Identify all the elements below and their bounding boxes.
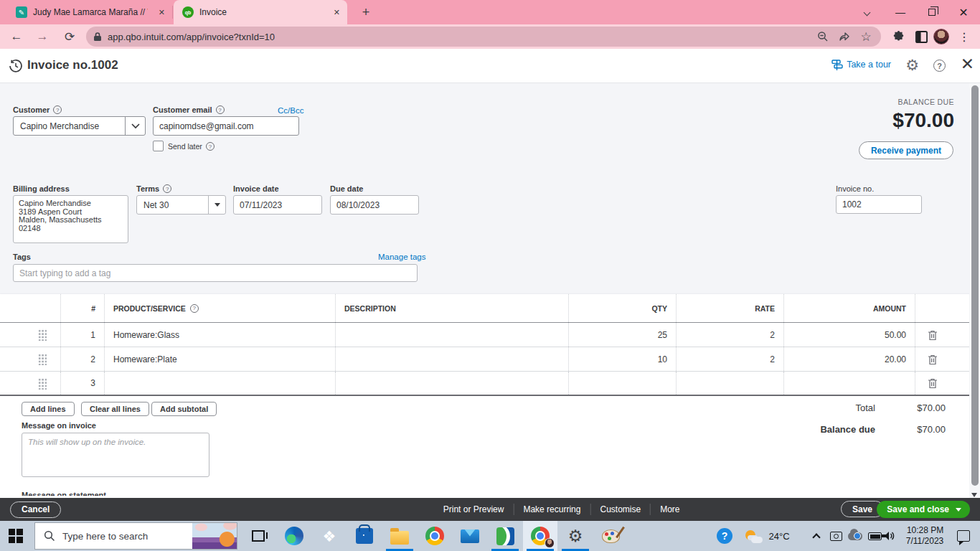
cast-icon[interactable]	[826, 521, 845, 551]
clock[interactable]: 10:28 PM7/11/2023	[903, 521, 947, 551]
info-icon[interactable]	[190, 304, 199, 313]
table-row[interactable]: 3	[0, 372, 980, 396]
send-later-checkbox[interactable]	[153, 141, 164, 151]
chevron-down-icon[interactable]	[125, 117, 145, 135]
action-center-icon[interactable]	[953, 521, 974, 551]
weather-icon[interactable]	[743, 521, 764, 551]
product-cell[interactable]: Homeware:Plate	[104, 347, 335, 371]
close-invoice-icon[interactable]: ✕	[961, 55, 974, 74]
rate-cell[interactable]: 2	[676, 323, 783, 347]
bookmark-star-icon[interactable]: ☆	[858, 29, 874, 44]
side-panel-icon[interactable]	[913, 28, 930, 45]
description-cell[interactable]	[335, 372, 568, 395]
history-clock-icon[interactable]	[9, 59, 23, 73]
taskbar-chrome-profile-active[interactable]	[523, 521, 557, 551]
forward-icon[interactable]: →	[33, 27, 52, 46]
tab-search-chevron-icon[interactable]	[850, 0, 883, 24]
tab-invoice[interactable]: qb Invoice ✕	[174, 0, 347, 24]
taskbar-paint[interactable]	[593, 521, 628, 551]
taskbar-dropbox[interactable]: ❖	[312, 521, 347, 551]
description-cell[interactable]	[335, 323, 568, 347]
amount-cell[interactable]: 50.00	[783, 323, 915, 347]
receive-payment-button[interactable]: Receive payment	[859, 141, 953, 159]
window-minimize-button[interactable]: —	[884, 0, 917, 24]
add-lines-button[interactable]: Add lines	[22, 402, 75, 416]
delete-row-button[interactable]	[915, 347, 949, 371]
start-button-icon[interactable]	[9, 529, 23, 543]
print-or-preview-button[interactable]: Print or Preview	[434, 504, 514, 514]
invoice-no-input[interactable]	[836, 195, 922, 214]
delete-row-button[interactable]	[915, 372, 949, 395]
reload-icon[interactable]: ⟳	[60, 27, 79, 46]
rate-cell[interactable]	[676, 372, 783, 395]
volume-icon[interactable]	[880, 521, 900, 551]
message-on-invoice-textarea[interactable]	[22, 433, 209, 477]
taskbar-edge[interactable]	[277, 521, 311, 551]
info-icon[interactable]	[163, 184, 171, 193]
zoom-indicator-icon[interactable]	[815, 29, 831, 44]
help-tray-button[interactable]: ?	[714, 521, 735, 551]
taskbar-app-c[interactable]	[488, 521, 522, 551]
back-icon[interactable]: ←	[7, 27, 26, 46]
drag-handle[interactable]	[29, 347, 60, 371]
taskbar-search-box[interactable]: Type here to search	[34, 522, 237, 550]
customise-button[interactable]: Customise	[590, 504, 650, 514]
manage-tags-link[interactable]: Manage tags	[378, 253, 426, 261]
take-a-tour-button[interactable]: Take a tour	[831, 59, 891, 70]
share-icon[interactable]	[837, 29, 852, 44]
chevron-down-icon[interactable]	[208, 196, 225, 214]
add-subtotal-button[interactable]: Add subtotal	[151, 402, 217, 416]
browser-menu-kebab-icon[interactable]: ⋮	[956, 28, 973, 45]
delete-row-button[interactable]	[915, 323, 949, 347]
onedrive-cloud-icon[interactable]	[845, 521, 865, 551]
tab-virtual-assistant[interactable]: ✎ Judy Mae Lamarca Maraña // Virt ✕	[7, 0, 172, 24]
customer-email-input[interactable]	[153, 116, 299, 136]
search-highlight-image[interactable]	[192, 522, 237, 550]
taskbar-file-explorer[interactable]	[382, 521, 417, 551]
taskbar-mail[interactable]	[453, 521, 487, 551]
invoice-date-input[interactable]	[233, 195, 322, 215]
qty-cell[interactable]	[568, 372, 676, 395]
qty-cell[interactable]: 25	[568, 323, 676, 347]
scrollbar-thumb[interactable]	[971, 85, 979, 486]
clear-all-lines-button[interactable]: Clear all lines	[81, 402, 149, 416]
taskbar-chrome[interactable]	[418, 521, 452, 551]
save-and-close-button[interactable]: Save and close	[877, 501, 970, 518]
table-row[interactable]: 1 Homeware:Glass 25 2 50.00	[0, 323, 980, 347]
tray-chevron-up-icon[interactable]	[807, 521, 826, 551]
info-icon[interactable]	[216, 105, 225, 114]
settings-gear-icon[interactable]: ⚙	[905, 57, 919, 74]
due-date-input[interactable]	[330, 195, 419, 215]
info-icon[interactable]	[206, 142, 215, 151]
extensions-puzzle-icon[interactable]	[890, 28, 907, 45]
cancel-button[interactable]: Cancel	[10, 501, 61, 518]
product-cell[interactable]	[104, 372, 335, 395]
temperature-label[interactable]: 24°C	[765, 521, 793, 551]
window-close-button[interactable]: ✕	[947, 0, 980, 24]
drag-handle[interactable]	[29, 372, 60, 395]
window-restore-button[interactable]	[915, 0, 948, 24]
dropdown-arrow-icon[interactable]	[956, 508, 961, 512]
info-icon[interactable]	[53, 105, 62, 114]
rate-cell[interactable]: 2	[676, 347, 783, 371]
url-text[interactable]: app.qbo.intuit.com/app/invoice?txnId=10	[108, 32, 809, 42]
table-row[interactable]: 2 Homeware:Plate 10 2 20.00	[0, 347, 980, 372]
terms-select[interactable]: Net 30	[136, 195, 226, 215]
cc-bcc-link[interactable]: Cc/Bcc	[278, 106, 303, 115]
qty-cell[interactable]: 10	[568, 347, 676, 371]
description-cell[interactable]	[335, 347, 568, 371]
task-view-button[interactable]	[241, 521, 275, 551]
tab-close-icon[interactable]: ✕	[159, 8, 165, 17]
help-icon[interactable]	[933, 60, 946, 72]
new-tab-button[interactable]: +	[357, 4, 374, 21]
billing-address-textarea[interactable]: Capino Merchandise 3189 Aspen Court Mald…	[13, 195, 128, 243]
amount-cell[interactable]: 20.00	[783, 347, 915, 371]
tags-input[interactable]	[13, 264, 418, 282]
make-recurring-button[interactable]: Make recurring	[514, 504, 590, 514]
page-scrollbar[interactable]	[969, 83, 980, 498]
address-bar[interactable]: app.qbo.intuit.com/app/invoice?txnId=10 …	[86, 27, 881, 47]
taskbar-store[interactable]	[347, 521, 382, 551]
scrollbar-down-arrow-icon[interactable]	[971, 493, 977, 497]
profile-avatar[interactable]	[933, 28, 950, 45]
taskbar-settings[interactable]: ⚙	[558, 521, 593, 551]
